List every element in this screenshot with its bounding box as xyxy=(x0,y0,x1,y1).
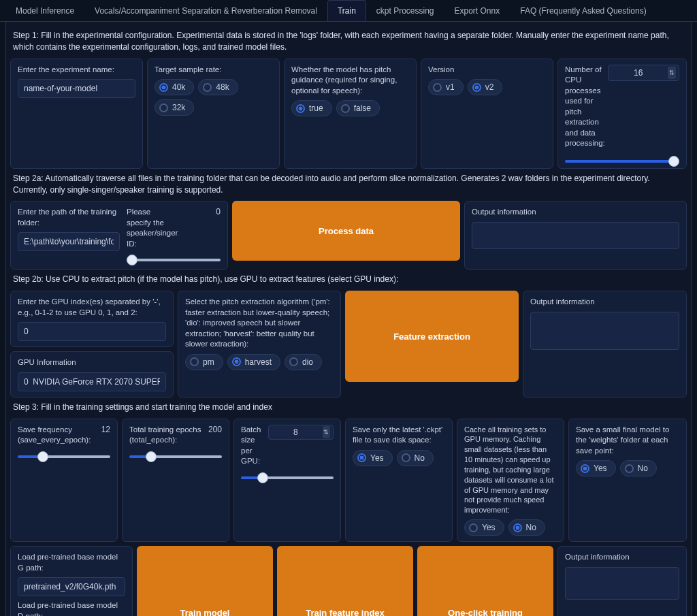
radio-48k[interactable]: 48k xyxy=(198,79,238,95)
radio-dot-icon xyxy=(203,83,212,92)
save-latest-panel: Save only the latest '.ckpt' file to sav… xyxy=(345,419,453,542)
radio-latest-no[interactable]: No xyxy=(397,450,434,466)
gpu-info-label: GPU Information xyxy=(18,357,166,368)
tab-train[interactable]: Train xyxy=(327,0,366,21)
pitch-algo-label: Select the pitch extraction algorithm ('… xyxy=(185,297,334,350)
gpu-index-input[interactable] xyxy=(18,322,166,341)
process-data-button[interactable]: Process data xyxy=(232,201,460,261)
training-path-label: Enter the path of the training folder: xyxy=(18,207,120,228)
experiment-name-input[interactable] xyxy=(18,79,135,98)
radio-pitch-true[interactable]: true xyxy=(291,100,332,116)
pitch-guidance-label: Whether the model has pitch guidance (re… xyxy=(291,65,409,97)
train-model-button[interactable]: Train model xyxy=(137,546,273,616)
tab-ckpt-processing[interactable]: ckpt Processing xyxy=(366,0,444,21)
training-path-input[interactable] xyxy=(18,232,120,251)
one-click-training-button[interactable]: One-click training xyxy=(417,546,553,616)
output-info-label-3: Output information xyxy=(565,552,679,563)
epochs-value: 200 xyxy=(208,425,222,434)
version-panel: Version v1 v2 xyxy=(421,59,553,169)
radio-32k[interactable]: 32k xyxy=(155,99,194,116)
gpu-index-panel: Enter the GPU index(es) separated by '-'… xyxy=(10,291,174,347)
output-info-textarea-2a[interactable] xyxy=(472,222,679,249)
experiment-name-panel: Enter the experiment name: xyxy=(10,59,143,169)
radio-dot-icon xyxy=(581,464,589,473)
radio-v2[interactable]: v2 xyxy=(468,79,503,95)
tab-model-inference[interactable]: Model Inference xyxy=(5,0,84,21)
experiment-name-label: Enter the experiment name: xyxy=(18,65,135,76)
tab-vocals-separation[interactable]: Vocals/Accompaniment Separation & Reverb… xyxy=(84,0,327,21)
stepper-icon[interactable]: ⇅ xyxy=(323,426,330,438)
radio-dot-icon xyxy=(513,523,522,532)
output-info-label-2a: Output information xyxy=(472,207,679,218)
cpu-processes-input[interactable] xyxy=(611,68,665,78)
step3-text: Step 3: Fill in the training settings an… xyxy=(10,398,687,419)
radio-dot-icon xyxy=(159,103,168,112)
radio-cache-no[interactable]: No xyxy=(508,519,545,536)
radio-dot-icon xyxy=(433,83,442,92)
radio-pm[interactable]: pm xyxy=(185,354,223,370)
radio-dot-icon xyxy=(625,464,634,473)
pitch-algo-panel: Select the pitch extraction algorithm ('… xyxy=(178,291,341,398)
save-freq-label: Save frequency (save_every_epoch): xyxy=(18,425,101,446)
g-path-input[interactable] xyxy=(18,577,125,596)
cpu-processes-label: Number of CPU processes used for pitch e… xyxy=(565,65,602,149)
radio-cache-yes[interactable]: Yes xyxy=(464,519,504,536)
save-freq-slider[interactable] xyxy=(18,455,110,458)
speaker-id-slider[interactable] xyxy=(127,259,221,261)
step2b-text: Step 2b: Use CPU to extract pitch (if th… xyxy=(10,270,687,291)
batch-label: Batch size per GPU: xyxy=(241,425,264,467)
tab-export-onnx[interactable]: Export Onnx xyxy=(444,0,510,21)
sample-rate-panel: Target sample rate: 40k 48k 32k xyxy=(147,59,280,169)
batch-numbox[interactable]: ⇅ xyxy=(268,425,334,440)
save-small-label: Save a small final model to the 'weights… xyxy=(576,425,679,457)
radio-dot-icon xyxy=(232,357,241,366)
version-label: Version xyxy=(428,65,546,76)
slider-thumb-icon xyxy=(668,156,679,167)
radio-harvest[interactable]: harvest xyxy=(227,354,280,370)
cpu-processes-numbox[interactable]: ⇅ xyxy=(608,65,679,81)
radio-dot-icon xyxy=(357,453,366,462)
radio-latest-yes[interactable]: Yes xyxy=(353,450,393,466)
radio-dot-icon xyxy=(472,83,481,92)
radio-dot-icon xyxy=(469,523,478,532)
radio-40k[interactable]: 40k xyxy=(155,79,194,95)
g-path-label: Load pre-trained base model G path: xyxy=(18,552,125,573)
radio-dot-icon xyxy=(289,357,298,366)
batch-input[interactable] xyxy=(272,427,320,437)
radio-small-yes[interactable]: Yes xyxy=(576,460,616,476)
radio-v1[interactable]: v1 xyxy=(428,79,464,95)
feature-extraction-button[interactable]: Feature extraction xyxy=(345,291,519,382)
save-freq-value: 12 xyxy=(101,425,110,434)
cache-label: Cache all training sets to GPU memory. C… xyxy=(464,425,557,516)
pretrained-panel: Load pre-trained base model G path: Load… xyxy=(10,546,133,616)
batch-slider[interactable] xyxy=(241,476,334,479)
train-page: Step 1: Fill in the experimental configu… xyxy=(5,22,692,616)
gpu-info-input[interactable] xyxy=(18,372,166,391)
tab-faq[interactable]: FAQ (Frequently Asked Questions) xyxy=(510,0,656,21)
d-path-label: Load pre-trained base model D path: xyxy=(18,600,125,616)
radio-small-no[interactable]: No xyxy=(620,460,657,476)
speaker-id-value: 0 xyxy=(216,207,221,216)
cpu-processes-slider[interactable] xyxy=(565,160,679,163)
output-info-label-2b: Output information xyxy=(530,297,679,308)
radio-dio[interactable]: dio xyxy=(285,354,322,370)
tab-bar: Model Inference Vocals/Accompaniment Sep… xyxy=(0,0,697,22)
cache-panel: Cache all training sets to GPU memory. C… xyxy=(457,419,564,542)
output-info-panel-3: Output information xyxy=(557,546,687,616)
epochs-slider[interactable] xyxy=(129,455,222,458)
radio-pitch-false[interactable]: false xyxy=(336,100,380,116)
gpu-info-panel: GPU Information xyxy=(10,351,174,398)
output-info-textarea-2b[interactable] xyxy=(530,312,679,350)
radio-dot-icon xyxy=(341,104,350,113)
stepper-icon[interactable]: ⇅ xyxy=(668,67,676,79)
step1-text: Step 1: Fill in the experimental configu… xyxy=(10,26,687,59)
epochs-panel: Total training epochs (total_epoch):200 xyxy=(122,419,229,542)
gpu-index-label: Enter the GPU index(es) separated by '-'… xyxy=(18,297,166,318)
output-info-textarea-3[interactable] xyxy=(565,567,679,600)
save-freq-panel: Save frequency (save_every_epoch):12 xyxy=(10,419,118,542)
radio-dot-icon xyxy=(159,83,168,92)
training-path-panel: Enter the path of the training folder: P… xyxy=(10,201,228,270)
save-latest-label: Save only the latest '.ckpt' file to sav… xyxy=(353,425,445,446)
output-info-panel-2a: Output information xyxy=(464,201,687,270)
train-feature-index-button[interactable]: Train feature index xyxy=(277,546,413,616)
